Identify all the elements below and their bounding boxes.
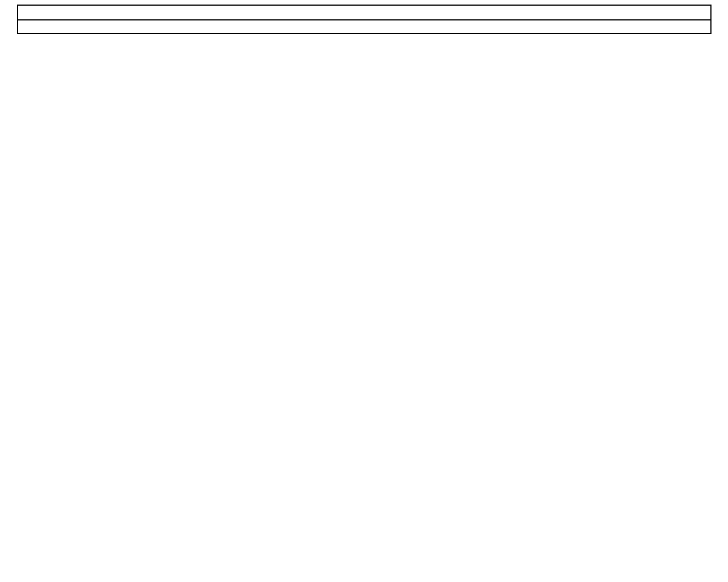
meteogram-screen [0, 0, 728, 582]
meteogram-plot [0, 0, 728, 582]
